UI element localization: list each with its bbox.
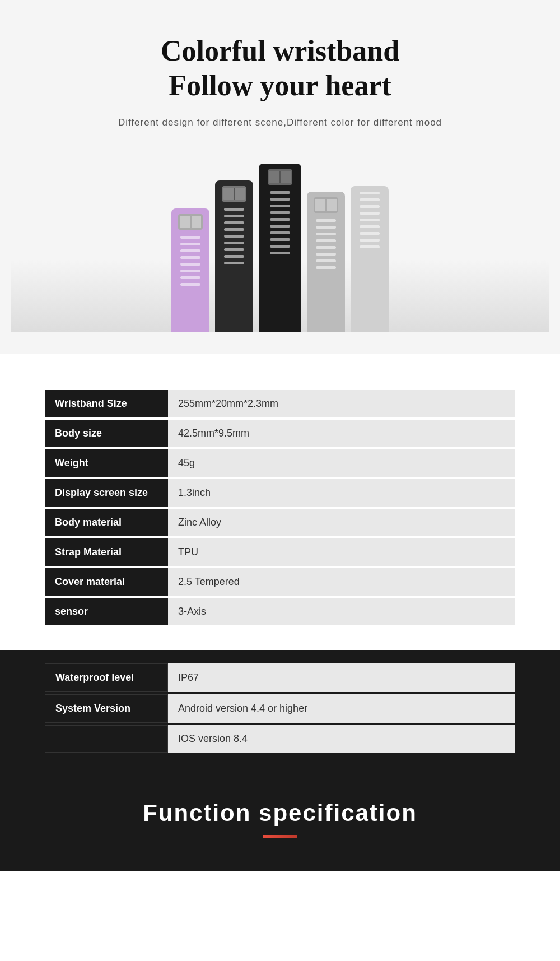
spec-label: Display screen size [45,479,168,507]
dark-spec-row: System Version Android version 4.4 or hi… [45,694,515,723]
band-gray2 [351,186,389,332]
spec-value: 2.5 Tempered [168,568,515,596]
dark-spec-label: Waterproof level [45,663,168,692]
band-black [259,164,301,332]
spec-value: Zinc Alloy [168,509,515,536]
function-section: Function specification [0,777,560,871]
spec-row: Strap Material TPU [45,538,515,566]
spec-row: Body material Zinc Alloy [45,509,515,536]
spec-label: Body material [45,509,168,536]
dark-spec-value: Android version 4.4 or higher [168,694,515,723]
spec-row: Cover material 2.5 Tempered [45,568,515,596]
spec-value: 1.3inch [168,479,515,507]
spec-label: sensor [45,598,168,625]
spec-value: 3-Axis [168,598,515,625]
dark-spec-label: System Version [45,694,168,723]
spec-label: Cover material [45,568,168,596]
band-gray1 [307,192,345,332]
spec-section: Wristband Size 255mm*20mm*2.3mm Body siz… [0,354,560,650]
spec-value: TPU [168,538,515,566]
spec-table: Wristband Size 255mm*20mm*2.3mm Body siz… [45,388,515,628]
spec-row: Wristband Size 255mm*20mm*2.3mm [45,390,515,417]
band-dark1 [215,180,253,332]
hero-title: Colorful wristband Follow your heart [11,34,549,104]
spec-label: Strap Material [45,538,168,566]
spec-label: Body size [45,420,168,447]
dark-spec-value: IP67 [168,663,515,692]
dark-spec-section: Waterproof level IP67 System Version And… [0,650,560,777]
spec-value: 255mm*20mm*2.3mm [168,390,515,417]
function-title: Function specification [11,800,549,827]
dark-spec-row: Waterproof level IP67 [45,663,515,692]
spec-value: 45g [168,449,515,477]
dark-spec-value: IOS version 8.4 [168,725,515,753]
spec-row: Body size 42.5mm*9.5mm [45,420,515,447]
function-divider [263,835,297,838]
hero-section: Colorful wristband Follow your heart Dif… [0,0,560,354]
spec-row: Weight 45g [45,449,515,477]
spec-row: Display screen size 1.3inch [45,479,515,507]
bands-display [11,152,549,332]
hero-subtitle: Different design for different scene,Dif… [11,115,549,130]
band-purple [171,208,209,332]
spec-row: sensor 3-Axis [45,598,515,625]
dark-spec-label [45,725,168,753]
spec-label: Wristband Size [45,390,168,417]
dark-spec-table: Waterproof level IP67 System Version And… [45,661,515,755]
spec-value: 42.5mm*9.5mm [168,420,515,447]
spec-label: Weight [45,449,168,477]
dark-spec-row: IOS version 8.4 [45,725,515,753]
